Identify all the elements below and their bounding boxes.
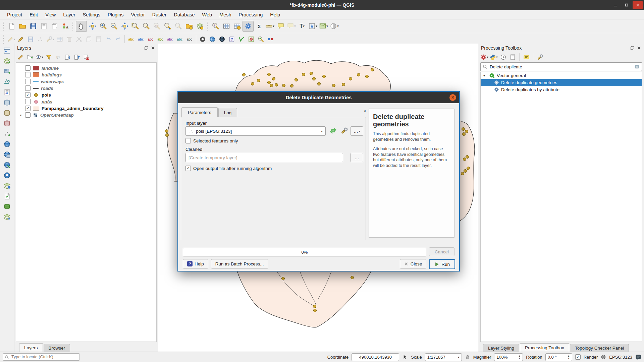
close-button[interactable]: Close (400, 259, 427, 268)
menu-raster[interactable]: Raster (149, 11, 170, 18)
save-project-icon[interactable] (28, 21, 38, 32)
layer-checkbox[interactable] (25, 99, 31, 104)
help-contents-icon[interactable]: ? (227, 35, 236, 44)
zoom-out-icon[interactable] (109, 21, 119, 32)
results-viewer-icon[interactable] (508, 53, 517, 61)
run-button[interactable]: Run (429, 259, 455, 269)
float-panel-icon[interactable] (630, 46, 635, 50)
tab-processing-toolbox[interactable]: Processing Toolbox (520, 343, 569, 352)
search-input[interactable]: Delete duplicate (490, 64, 522, 69)
menu-help[interactable]: Help (267, 11, 283, 18)
metasearch-icon[interactable] (217, 35, 227, 44)
expand-all-icon[interactable] (63, 53, 71, 61)
layer-row-waterways[interactable]: waterways (16, 78, 156, 85)
add-wcs-layer-icon[interactable] (2, 150, 12, 159)
text-annotation-icon[interactable]: T▾ (297, 21, 307, 32)
selected-features-row[interactable]: Selected features only (185, 138, 238, 143)
menu-mesh[interactable]: Mesh (216, 11, 234, 18)
iterate-over-layer-icon[interactable] (328, 126, 338, 135)
identify-features-icon[interactable]: i (210, 21, 221, 32)
dialog-close-icon[interactable]: ✕ (449, 94, 456, 101)
input-layer-combo[interactable]: pois [EPSG:3123] ▾ (185, 126, 326, 136)
magnifier-spinner[interactable]: 100% ▲▼ (494, 353, 523, 361)
collapse-help-icon[interactable]: ◂ (364, 109, 366, 113)
processing-options-icon[interactable]: ▾ (480, 53, 488, 61)
save-edits-icon[interactable] (26, 35, 35, 44)
toolbar-grip[interactable] (206, 22, 209, 31)
layer-row-landuse[interactable]: landuse (16, 65, 156, 71)
zoom-to-layer-icon[interactable] (141, 21, 151, 32)
search-plugin-icon[interactable] (256, 35, 266, 44)
zoom-native-icon[interactable]: 1:1 (152, 21, 162, 32)
label-rotate-icon[interactable]: abc (175, 35, 184, 44)
layer-row-openstreetmap[interactable]: ▾ OpenStreetMap (16, 112, 156, 118)
vector-checker-icon[interactable] (237, 35, 246, 44)
crs-globe-icon[interactable] (601, 354, 606, 360)
add-virtual-layer-icon[interactable] (2, 181, 12, 190)
open-output-checkbox[interactable]: ✓ (185, 166, 191, 171)
minimize-icon[interactable] (610, 1, 621, 9)
new-bookmark-icon[interactable] (184, 21, 194, 32)
input-browse-button[interactable]: … ▾ (351, 126, 363, 136)
collapse-group-icon[interactable]: ▾ (483, 74, 487, 77)
selected-features-checkbox[interactable] (185, 138, 191, 143)
add-wfs-layer-icon[interactable] (2, 161, 12, 169)
copy-features-icon[interactable] (84, 35, 94, 44)
help-button[interactable]: ? Help (183, 259, 208, 268)
filter-legend-icon[interactable] (45, 53, 53, 61)
label-change-icon[interactable]: abc (185, 35, 194, 44)
layer-row-pofw[interactable]: pofw (16, 98, 156, 105)
collapse-all-icon[interactable] (73, 53, 81, 61)
add-spatialite-layer-icon[interactable] (2, 109, 12, 117)
modify-attributes-icon[interactable] (55, 35, 64, 44)
options-wrench-icon[interactable] (536, 53, 544, 61)
add-arcgis-rest-layer-icon[interactable] (2, 171, 12, 180)
close-panel-icon[interactable] (637, 46, 641, 50)
pan-map-icon[interactable] (76, 21, 87, 32)
add-group-icon[interactable] (26, 53, 34, 61)
edit-features-in-place-icon[interactable] (522, 53, 530, 61)
zoom-to-selection-icon[interactable] (130, 21, 141, 32)
crs-status[interactable]: EPSG:3123 (609, 355, 632, 360)
scale-combo[interactable]: 1:271857 ▾ (425, 353, 462, 361)
toolbar-grip[interactable] (2, 35, 5, 44)
menu-project[interactable]: Project (4, 11, 25, 18)
toolbar-grip[interactable] (2, 22, 5, 31)
coordinate-label[interactable]: Coordinate (327, 355, 349, 360)
new-geopackage-layer-icon[interactable] (2, 202, 12, 211)
add-vector-layer-icon[interactable] (2, 57, 12, 65)
open-layer-styling-icon[interactable] (16, 53, 24, 61)
advanced-options-wrench-icon[interactable] (340, 126, 349, 135)
clear-search-icon[interactable] (634, 64, 640, 69)
layer-checkbox[interactable] (25, 65, 31, 71)
map-views-icon[interactable]: ▾ (318, 21, 329, 32)
layer-checkbox[interactable] (25, 72, 31, 77)
chevron-down-icon[interactable]: ▾ (456, 355, 460, 359)
rotation-label[interactable]: Rotation (526, 355, 542, 360)
layer-labeling-icon[interactable]: abc (126, 35, 136, 44)
history-icon[interactable] (499, 53, 507, 61)
add-mesh-layer-icon[interactable] (2, 77, 12, 86)
osm-place-search-icon[interactable] (198, 35, 207, 44)
layer-row-pois[interactable]: ✓ pois (16, 92, 156, 98)
pan-to-selection-icon[interactable] (87, 21, 98, 32)
quickmapservices-icon[interactable] (208, 35, 217, 44)
field-calculator-icon[interactable] (232, 21, 242, 32)
add-point-feature-icon[interactable] (36, 35, 45, 44)
label-pin-icon[interactable]: abc (146, 35, 155, 44)
add-wms-layer-icon[interactable] (2, 140, 12, 148)
show-bookmarks-icon[interactable] (195, 21, 205, 32)
decorations-icon[interactable]: ▾ (308, 21, 318, 32)
render-checkbox[interactable]: ✓ (575, 354, 581, 360)
layer-diagram-icon[interactable]: abc (136, 35, 146, 44)
new-annotation-icon[interactable]: ▾ (286, 21, 297, 32)
dialog-titlebar[interactable]: Delete Duplicate Geometries ✕ (178, 92, 459, 103)
tab-layer-styling[interactable]: Layer Styling (483, 344, 519, 352)
close-icon[interactable] (633, 1, 643, 9)
menu-settings[interactable]: Settings (80, 11, 103, 18)
toggle-editing-icon[interactable] (16, 35, 25, 44)
layer-row-pampanga-admin-boundary[interactable]: ✓ Pampanga_admin_boundary (16, 105, 156, 112)
manage-map-themes-icon[interactable]: ▾ (35, 53, 43, 61)
run-as-batch-button[interactable]: Run as Batch Process... (211, 259, 268, 268)
layer-checkbox[interactable]: ✓ (25, 92, 31, 98)
